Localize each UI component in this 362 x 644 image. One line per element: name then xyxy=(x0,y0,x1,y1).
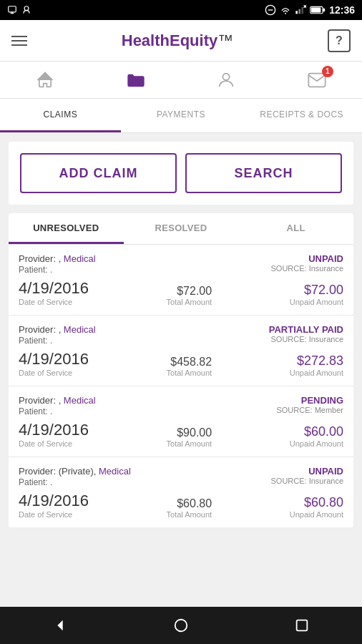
claim-date-1: 4/19/2016 Date of Service xyxy=(19,350,89,377)
subtab-all[interactable]: ALL xyxy=(238,213,353,244)
action-buttons-panel: ADD CLAIM SEARCH xyxy=(9,142,353,205)
logo-text-bold: Equity xyxy=(170,31,217,49)
svg-rect-2 xyxy=(11,12,13,13)
battery-icon xyxy=(310,6,326,14)
square-icon xyxy=(294,618,310,633)
svg-rect-19 xyxy=(296,620,307,631)
claim-status-2: PENDING SOURCE: Member xyxy=(276,395,343,414)
claim-total-3: $60.80 Total Amount xyxy=(167,497,212,519)
svg-rect-13 xyxy=(323,9,325,12)
claim-status-1: PARTIALLY PAID SOURCE: Insurance xyxy=(269,324,343,343)
wifi-icon xyxy=(280,4,291,16)
svg-rect-0 xyxy=(9,6,16,12)
claim-total-0: $72.00 Total Amount xyxy=(167,285,212,306)
claim-provider-3: Provider: (Private), Medical xyxy=(19,466,131,477)
claim-provider-0: Provider: , Medical xyxy=(19,253,96,264)
claim-total-2: $90.00 Total Amount xyxy=(167,426,212,448)
nav-folder[interactable] xyxy=(118,67,154,93)
claim-patient-2: Patient: . xyxy=(19,406,96,416)
subtab-unresolved[interactable]: UNRESOLVED xyxy=(9,213,124,244)
claims-card: UNRESOLVED RESOLVED ALL Provider: , Medi… xyxy=(9,213,353,527)
notification-icon xyxy=(21,5,31,15)
recents-button[interactable] xyxy=(285,608,319,643)
svg-rect-7 xyxy=(296,11,298,14)
sub-tabs: UNRESOLVED RESOLVED ALL xyxy=(9,213,353,245)
nav-mail[interactable]: 1 xyxy=(299,67,335,93)
claim-date-3: 4/19/2016 Date of Service xyxy=(19,492,89,519)
svg-rect-9 xyxy=(302,7,304,14)
home-icon xyxy=(35,70,55,90)
claim-patient-3: Patient: . xyxy=(19,477,131,487)
nav-home[interactable] xyxy=(27,67,63,93)
profile-icon xyxy=(216,70,236,90)
back-button[interactable] xyxy=(43,608,77,643)
claim-row[interactable]: Provider: , Medical Patient: . UNPAID SO… xyxy=(9,245,353,316)
svg-rect-1 xyxy=(11,13,14,14)
main-tabs: CLAIMS PAYMENTS RECEIPTS & DOCS xyxy=(0,99,362,133)
claim-unpaid-1: $272.83 Unpaid Amount xyxy=(290,353,343,377)
tab-receipts-docs[interactable]: RECEIPTS & DOCS xyxy=(241,99,362,132)
claim-total-1: $458.82 Total Amount xyxy=(167,356,212,377)
home-button[interactable] xyxy=(164,608,198,643)
status-bar: 12:36 xyxy=(0,0,362,20)
clock: 12:36 xyxy=(329,4,355,16)
circle-icon xyxy=(173,618,189,633)
svg-point-18 xyxy=(175,620,187,632)
signal-icon xyxy=(295,4,306,16)
content-area: ADD CLAIM SEARCH UNRESOLVED RESOLVED ALL… xyxy=(0,133,362,607)
claim-date-2: 4/19/2016 Date of Service xyxy=(19,421,89,448)
claim-row[interactable]: Provider: , Medical Patient: . PARTIALLY… xyxy=(9,316,353,386)
claim-row[interactable]: Provider: , Medical Patient: . PENDING S… xyxy=(9,386,353,457)
claim-provider-2: Provider: , Medical xyxy=(19,395,96,406)
claim-status-0: UNPAID SOURCE: Insurance xyxy=(271,253,343,273)
dnd-icon xyxy=(265,4,276,16)
subtab-resolved[interactable]: RESOLVED xyxy=(124,213,239,244)
help-button[interactable]: ? xyxy=(328,29,351,52)
svg-rect-8 xyxy=(299,9,301,14)
claim-unpaid-0: $72.00 Unpaid Amount xyxy=(290,283,343,306)
folder-icon xyxy=(126,70,146,90)
claim-provider-1: Provider: , Medical xyxy=(19,324,96,335)
claim-unpaid-3: $60.80 Unpaid Amount xyxy=(290,495,343,519)
svg-point-3 xyxy=(24,6,29,11)
mail-badge: 1 xyxy=(322,66,333,77)
hamburger-menu[interactable] xyxy=(11,36,27,46)
nav-profile[interactable] xyxy=(208,67,244,93)
claims-list: Provider: , Medical Patient: . UNPAID SO… xyxy=(9,245,353,527)
search-button[interactable]: SEARCH xyxy=(185,153,342,193)
tab-payments[interactable]: PAYMENTS xyxy=(121,99,242,132)
logo-text-plain: Health xyxy=(122,31,170,49)
app-logo: HealthEquity™ xyxy=(122,31,233,50)
svg-rect-14 xyxy=(311,7,321,12)
status-icons-left xyxy=(7,5,31,15)
bottom-nav-bar xyxy=(0,607,362,644)
svg-point-6 xyxy=(285,13,286,14)
claim-patient-0: Patient: . xyxy=(19,265,96,275)
claim-status-3: UNPAID SOURCE: Insurance xyxy=(271,466,343,485)
back-icon xyxy=(52,618,68,633)
claim-patient-1: Patient: . xyxy=(19,336,96,346)
tab-claims[interactable]: CLAIMS xyxy=(0,99,121,132)
svg-marker-17 xyxy=(58,620,63,631)
svg-point-15 xyxy=(223,73,230,79)
status-right: 12:36 xyxy=(265,4,355,16)
nav-icons-bar: 1 xyxy=(0,62,362,99)
claim-date-0: 4/19/2016 Date of Service xyxy=(19,279,89,306)
screenshot-icon xyxy=(7,5,17,15)
claim-unpaid-2: $60.00 Unpaid Amount xyxy=(290,424,343,448)
add-claim-button[interactable]: ADD CLAIM xyxy=(20,153,177,193)
claim-row[interactable]: Provider: (Private), Medical Patient: . … xyxy=(9,457,353,527)
app-header: HealthEquity™ ? xyxy=(0,20,362,62)
